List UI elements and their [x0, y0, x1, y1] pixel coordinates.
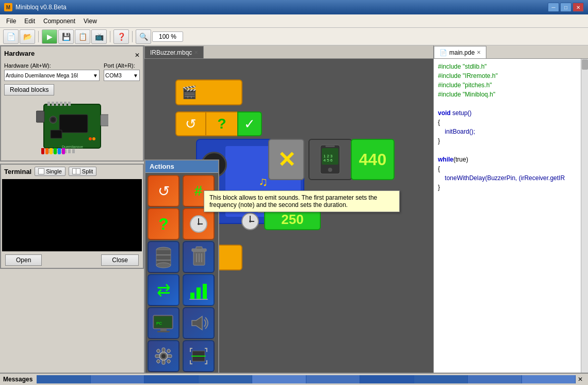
scanner-icon [187, 346, 210, 366]
svg-rect-61 [155, 355, 159, 358]
phone-svg: 1 2 3 4 5 6 [316, 144, 345, 175]
ticker-seg-3 [144, 375, 198, 383]
code-area[interactable]: #include "stdlib.h" #include "IRremote.h… [434, 59, 581, 373]
port-select[interactable]: COM3 ▼ [104, 70, 140, 81]
action-barrel-button[interactable] [148, 241, 179, 273]
ticker-seg-1 [37, 375, 90, 383]
svg-point-22 [51, 118, 55, 122]
question-icon: ? [217, 116, 226, 132]
ticker-seg-10 [522, 375, 576, 383]
terminal-close-button[interactable]: Close [101, 254, 139, 266]
port-value: COM3 [105, 72, 122, 78]
svg-rect-64 [167, 349, 171, 353]
block-multiply[interactable]: ✕ [268, 139, 304, 180]
status-close-button[interactable]: ✕ [576, 376, 585, 383]
code-panel-wrapper: #include "stdlib.h" #include "IRremote.h… [434, 59, 588, 373]
ticker-seg-9 [468, 375, 521, 383]
block-film[interactable]: 🎬 [175, 79, 242, 105]
tab-main-pde-close[interactable]: ✕ [477, 50, 481, 55]
svg-rect-54 [160, 329, 167, 331]
action-arrows-button[interactable]: ⇄ [148, 274, 179, 306]
tab-irbuzzer-close[interactable]: ✕ [194, 50, 198, 55]
svg-text:Duemilanove: Duemilanove [62, 145, 83, 149]
reload-blocks-button[interactable]: Reload blocks [4, 84, 54, 95]
tab-irbuzzer[interactable]: IRBuzzer.mbqc ✕ [144, 46, 204, 58]
svg-rect-59 [162, 348, 165, 352]
new-button[interactable]: 📄 [3, 29, 19, 44]
hardware-select-col: Hardware (Alt+W): Arduino Duemilanove Me… [4, 62, 100, 81]
film-icon: 🎬 [182, 85, 197, 100]
app-icon: M [4, 3, 12, 11]
check-icon: ✓ [244, 116, 255, 132]
center-canvas: IRBuzzer.mbqc ✕ 🎬 ↺ ? ✓ [144, 45, 433, 373]
minimize-button[interactable]: ─ [548, 3, 559, 12]
block-refresh-small[interactable]: ↺ [175, 111, 206, 136]
messages-label: Messages [3, 376, 32, 383]
block-check[interactable]: ✓ [237, 111, 262, 136]
svg-rect-66 [167, 359, 171, 363]
right-tab-bar: 📄 main.pde ✕ [434, 45, 588, 59]
code-line-8: initBoard(); [438, 127, 577, 136]
zoom-in-button[interactable]: 🔍 [136, 29, 151, 44]
code-setup: setup() [452, 109, 471, 117]
run-button[interactable]: ▶ [42, 29, 57, 44]
tab-main-pde[interactable]: 📄 main.pde ✕ [434, 46, 486, 58]
terminal-header: Terminal Single Split [1, 165, 143, 178]
action-clock-button[interactable] [183, 208, 215, 240]
action-horn-button[interactable] [183, 307, 215, 339]
single-view-button[interactable]: Single [35, 167, 66, 176]
menu-edit[interactable]: Edit [20, 17, 39, 26]
svg-rect-26 [325, 146, 335, 147]
code-line-7: { [438, 118, 577, 127]
close-button[interactable]: ✕ [573, 3, 584, 12]
block-440[interactable]: 440 [351, 139, 395, 180]
port-select-col: Port (Alt+R): COM3 ▼ [104, 62, 140, 81]
ticker-seg-7 [360, 375, 414, 383]
hardware-dropdown-arrow: ▼ [93, 73, 98, 78]
save-button[interactable]: 💾 [58, 29, 74, 44]
hardware-select[interactable]: Arduino Duemilanove Mega 168 ▼ [4, 70, 100, 81]
copy-button[interactable]: 📋 [75, 29, 90, 44]
multiply-x-icon: ✕ [277, 147, 296, 172]
split-view-button[interactable]: Split [69, 167, 96, 176]
menu-file[interactable]: File [2, 17, 20, 26]
tooltip-text: This block allows to emit sounds. The fi… [209, 194, 377, 208]
action-gear-button[interactable] [148, 340, 179, 372]
scrollbar-thumb[interactable] [582, 59, 588, 70]
block-clock[interactable] [240, 211, 260, 232]
hardware-panel-close[interactable]: ✕ [135, 52, 140, 59]
action-chart-button[interactable] [183, 274, 215, 306]
terminal-open-button[interactable]: Open [5, 254, 42, 266]
menu-component[interactable]: Component [39, 17, 79, 26]
code-line-6: void setup() [438, 108, 577, 118]
horn-icon [188, 313, 209, 333]
hardware-row: Hardware (Alt+W): Arduino Duemilanove Me… [4, 62, 140, 81]
code-line-9: } [438, 136, 577, 146]
action-screen-button[interactable]: PC [148, 307, 179, 339]
open-button[interactable]: 📂 [20, 29, 35, 44]
action-trash-button[interactable] [183, 241, 215, 273]
monitor-button[interactable]: 📺 [91, 29, 107, 44]
action-question-button[interactable]: ? [148, 208, 179, 240]
split-icon [72, 168, 80, 174]
refresh-small-icon: ↺ [185, 116, 197, 132]
toolbar-separator-2 [110, 31, 110, 42]
svg-rect-55 [157, 331, 170, 332]
value-250: 250 [281, 212, 303, 228]
svg-text:4 5 6: 4 5 6 [323, 158, 333, 163]
svg-rect-17 [51, 130, 62, 138]
canvas-area[interactable]: 🎬 ↺ ? ✓ ⬆ ♫ [144, 59, 433, 373]
toolbar-separator-3 [132, 31, 133, 42]
svg-rect-60 [162, 360, 165, 364]
svg-rect-4 [52, 102, 54, 106]
action-scanner-button[interactable] [183, 340, 215, 372]
block-phone[interactable]: 1 2 3 4 5 6 [308, 139, 352, 180]
window-controls[interactable]: ─ □ ✕ [548, 3, 584, 12]
menu-view[interactable]: View [79, 17, 101, 26]
scrollbar[interactable] [581, 59, 588, 373]
maximize-button[interactable]: □ [560, 3, 571, 12]
action-refresh-q-button[interactable]: ↺ [148, 175, 179, 207]
help-button[interactable]: ❓ [113, 29, 129, 44]
block-question[interactable]: ? [206, 111, 237, 136]
barrel-icon [154, 246, 173, 269]
